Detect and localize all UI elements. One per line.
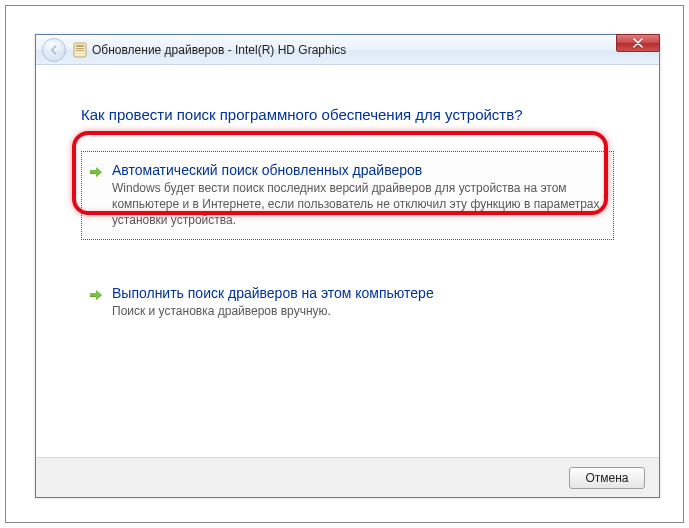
device-icon: [72, 42, 88, 58]
option-manual-search[interactable]: Выполнить поиск драйверов на этом компью…: [81, 274, 614, 330]
option-auto-body: Автоматический поиск обновленных драйвер…: [112, 162, 601, 229]
cancel-button[interactable]: Отмена: [569, 467, 645, 489]
option-auto-desc: Windows будет вести поиск последних верс…: [112, 180, 601, 229]
window-title: Обновление драйверов - Intel(R) HD Graph…: [92, 43, 346, 57]
back-button[interactable]: [42, 38, 66, 62]
arrow-right-icon: [88, 164, 104, 180]
option-auto-search[interactable]: Автоматический поиск обновленных драйвер…: [81, 151, 614, 240]
close-icon: [633, 38, 643, 48]
svg-rect-2: [76, 48, 84, 49]
page-heading: Как провести поиск программного обеспече…: [81, 106, 614, 123]
svg-rect-3: [76, 50, 84, 51]
footer: Отмена: [36, 457, 659, 497]
titlebar: Обновление драйверов - Intel(R) HD Graph…: [36, 35, 659, 65]
close-button[interactable]: [616, 34, 660, 52]
option-auto-title: Автоматический поиск обновленных драйвер…: [112, 162, 601, 178]
option-manual-desc: Поиск и установка драйверов вручную.: [112, 303, 601, 319]
content-area: Как провести поиск программного обеспече…: [46, 77, 649, 453]
option-manual-title: Выполнить поиск драйверов на этом компью…: [112, 285, 601, 301]
option-manual-body: Выполнить поиск драйверов на этом компью…: [112, 285, 601, 319]
svg-rect-1: [76, 45, 84, 47]
cancel-button-label: Отмена: [585, 471, 628, 485]
arrow-right-icon: [88, 287, 104, 303]
back-arrow-icon: [48, 44, 60, 56]
driver-update-window: Обновление драйверов - Intel(R) HD Graph…: [35, 34, 660, 498]
